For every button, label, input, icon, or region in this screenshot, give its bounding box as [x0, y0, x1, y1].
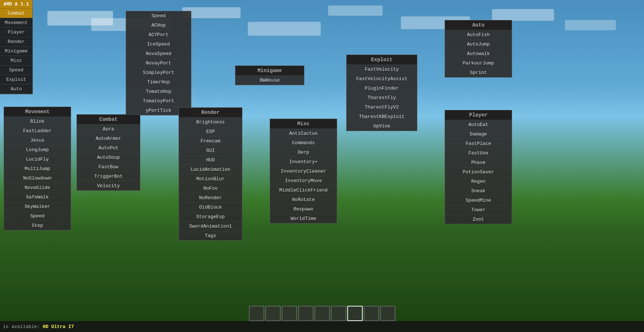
sidebar-item-render[interactable]: Render	[0, 37, 32, 47]
misc-item-inventorymove[interactable]: InventoryMove	[270, 176, 337, 186]
sidebar-item-movement[interactable]: Movement	[0, 18, 32, 28]
movement-item-lucidfly[interactable]: LucidFly	[4, 155, 71, 164]
speed-item-achop[interactable]: ACHop	[126, 21, 191, 30]
auto-title: Auto	[445, 20, 512, 30]
render-item-storageesp[interactable]: StorageEsp	[179, 212, 242, 222]
misc-item-commands[interactable]: Commands	[270, 138, 337, 148]
hud-slot-0[interactable]	[249, 306, 264, 321]
sidebar-item-speed[interactable]: Speed	[0, 66, 32, 75]
render-item-esp[interactable]: ESP	[179, 127, 242, 137]
render-item-gui[interactable]: GUI	[179, 146, 242, 155]
misc-item-middleclickfriend[interactable]: MiddleClickFriend	[270, 186, 337, 195]
player-item-potionsaver[interactable]: PotionSaver	[445, 167, 512, 177]
render-item-norender[interactable]: NoRender	[179, 193, 242, 203]
exploit-item-fastvelocity[interactable]: FastVelocity	[347, 65, 417, 74]
hud-slot-1[interactable]	[265, 306, 281, 321]
speed-item-novaspeed[interactable]: NovaSpeed	[126, 49, 191, 59]
player-item-phase[interactable]: Phase	[445, 158, 512, 167]
sidebar-item-misc[interactable]: Misc	[0, 56, 32, 66]
misc-item-anticactus[interactable]: AntiCactus	[270, 129, 337, 138]
render-item-nofov[interactable]: NoFov	[179, 184, 242, 193]
player-item-speedmine[interactable]: SpeedMine	[445, 196, 512, 205]
auto-item-autofish[interactable]: AutoFish	[445, 30, 512, 40]
movement-item-safewalk[interactable]: SafeWalk	[4, 193, 71, 202]
hud-slot-3[interactable]	[298, 306, 313, 321]
exploit-item-tharestkbexploit[interactable]: TharestKBExploit	[347, 112, 417, 122]
auto-item-autowalk[interactable]: Autowalk	[445, 49, 512, 59]
player-item-zoot[interactable]: Zoot	[445, 215, 512, 224]
speed-item-timerhop[interactable]: TimerHop	[126, 78, 191, 87]
sidebar: AMD A 1.1 Combat Movement Player Render …	[0, 0, 33, 94]
misc-item-inventorycleaner[interactable]: InventoryCleaner	[270, 167, 337, 176]
exploit-panel: Exploit FastVelocity FastVelocityAssist …	[346, 55, 417, 131]
combat-item-aura[interactable]: Aura	[77, 125, 140, 134]
combat-item-autoarmor[interactable]: AutoArmor	[77, 134, 140, 143]
render-item-motionblur[interactable]: MotionBlur	[179, 174, 242, 184]
render-item-tags[interactable]: Tags	[179, 231, 242, 240]
player-item-damage[interactable]: Damage	[445, 130, 512, 139]
speed-item-speed[interactable]: Speed	[126, 11, 191, 21]
hud-slot-5[interactable]	[331, 306, 346, 321]
misc-item-derp[interactable]: Derp	[270, 148, 337, 157]
combat-item-velocity[interactable]: Velocity	[77, 181, 140, 190]
render-item-swordanimation[interactable]: SwordAnimation1	[179, 222, 242, 231]
speed-item-tomatohop[interactable]: TomatoHop	[126, 87, 191, 96]
combat-item-triggerbot[interactable]: TriggerBot	[77, 172, 140, 181]
sidebar-item-minigame[interactable]: Minigame	[0, 47, 32, 56]
speed-item-novayport[interactable]: NovayPort	[126, 59, 191, 68]
speed-item-acyport[interactable]: ACYPort	[126, 30, 191, 40]
combat-item-fastbow[interactable]: FastBow	[77, 162, 140, 172]
render-item-lucidanimation[interactable]: LucidAnimation	[179, 165, 242, 174]
exploit-item-tharestflyv2[interactable]: TharestFlyV2	[347, 103, 417, 112]
auto-item-parkourjump[interactable]: ParkourJump	[445, 59, 512, 68]
hud-slot-8[interactable]	[380, 306, 395, 321]
sidebar-item-exploit[interactable]: Exploit	[0, 75, 32, 84]
movement-item-speed[interactable]: Speed	[4, 212, 71, 221]
render-item-hud[interactable]: HUD	[179, 155, 242, 165]
speed-item-tomatoyport[interactable]: TomatoyPort	[126, 96, 191, 106]
speed-item-simpleyport[interactable]: SimpleyPort	[126, 68, 191, 78]
render-item-oldblock[interactable]: OldBlock	[179, 203, 242, 212]
hud-slot-6[interactable]	[347, 306, 363, 321]
movement-item-blink[interactable]: Blink	[4, 117, 71, 126]
movement-item-fastladder[interactable]: FastLadder	[4, 126, 71, 136]
render-item-brightness[interactable]: Brightness	[179, 118, 242, 127]
player-item-fastplace[interactable]: FastPlace	[445, 139, 512, 149]
misc-item-norotate[interactable]: NoRotate	[270, 195, 337, 205]
player-item-regen[interactable]: Regen	[445, 177, 512, 186]
exploit-item-fastvelocityassist[interactable]: FastVelocityAssist	[347, 74, 417, 84]
movement-item-jesus[interactable]: Jesus	[4, 136, 71, 145]
movement-item-novaglide[interactable]: NovaGlide	[4, 183, 71, 193]
sidebar-item-player[interactable]: Player	[0, 28, 32, 37]
cloud	[328, 5, 383, 16]
hud-slot-4[interactable]	[315, 306, 330, 321]
player-item-sneak[interactable]: Sneak	[445, 186, 512, 196]
player-item-autoeat[interactable]: AutoEat	[445, 120, 512, 130]
misc-item-respawn[interactable]: Respawn	[270, 205, 337, 214]
combat-item-autosoup[interactable]: AutoSoup	[77, 153, 140, 162]
movement-item-longjump[interactable]: LongJump	[4, 145, 71, 155]
speed-item-icespeed[interactable]: IceSpeed	[126, 40, 191, 49]
sidebar-item-auto[interactable]: Auto	[0, 84, 32, 94]
sidebar-item-combat[interactable]: Combat	[0, 9, 32, 18]
player-title: Player	[445, 110, 512, 120]
movement-item-skywalker[interactable]: SkyWalker	[4, 202, 71, 212]
hud-slot-7[interactable]	[364, 306, 379, 321]
auto-item-autojump[interactable]: AutoJump	[445, 40, 512, 49]
cloud	[248, 22, 321, 36]
exploit-item-tharestfly[interactable]: TharestFly	[347, 93, 417, 103]
exploit-item-upvine[interactable]: UpVine	[347, 122, 417, 131]
combat-item-autopot[interactable]: AutoPot	[77, 143, 140, 153]
auto-item-sprint[interactable]: Sprint	[445, 68, 512, 77]
player-item-tower[interactable]: Tower	[445, 205, 512, 215]
minigame-item-bwabuse[interactable]: BWAbuse	[235, 76, 304, 85]
exploit-item-pluginfinder[interactable]: PluginFinder	[347, 84, 417, 93]
movement-item-step[interactable]: Step	[4, 221, 71, 230]
hud-slot-2[interactable]	[282, 306, 297, 321]
render-item-freecam[interactable]: Freecam	[179, 137, 242, 146]
player-item-fastuse[interactable]: FastUse	[445, 149, 512, 158]
misc-item-inventory[interactable]: Inventory+	[270, 157, 337, 167]
movement-item-noslowdown[interactable]: NoSlowdown	[4, 174, 71, 183]
misc-item-worldtime[interactable]: WorldTime	[270, 214, 337, 223]
movement-item-multijump[interactable]: MultiJump	[4, 164, 71, 174]
